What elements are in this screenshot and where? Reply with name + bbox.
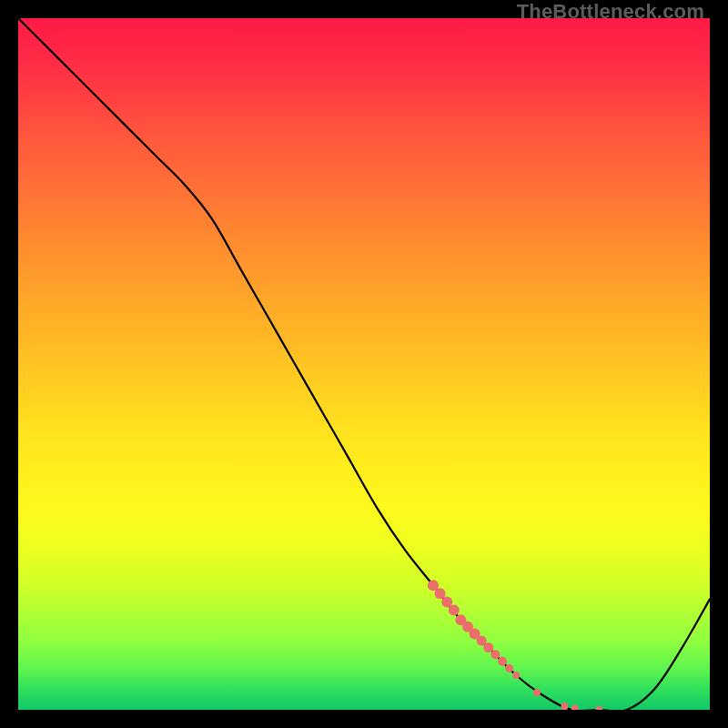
chart-svg xyxy=(18,18,710,710)
data-marker xyxy=(505,664,513,672)
plot-area xyxy=(18,18,710,710)
data-marker xyxy=(595,706,602,710)
data-marker xyxy=(449,605,460,616)
data-markers xyxy=(428,580,602,710)
data-marker xyxy=(441,596,452,607)
bottleneck-curve xyxy=(18,18,710,710)
data-marker xyxy=(512,672,520,679)
data-marker xyxy=(498,657,507,666)
data-marker xyxy=(561,703,568,710)
chart-canvas: TheBottleneck.com xyxy=(0,0,728,728)
data-marker xyxy=(490,650,500,659)
attribution-watermark: TheBottleneck.com xyxy=(517,0,704,24)
data-marker xyxy=(483,642,493,652)
data-marker xyxy=(571,705,579,711)
data-marker xyxy=(533,689,541,696)
